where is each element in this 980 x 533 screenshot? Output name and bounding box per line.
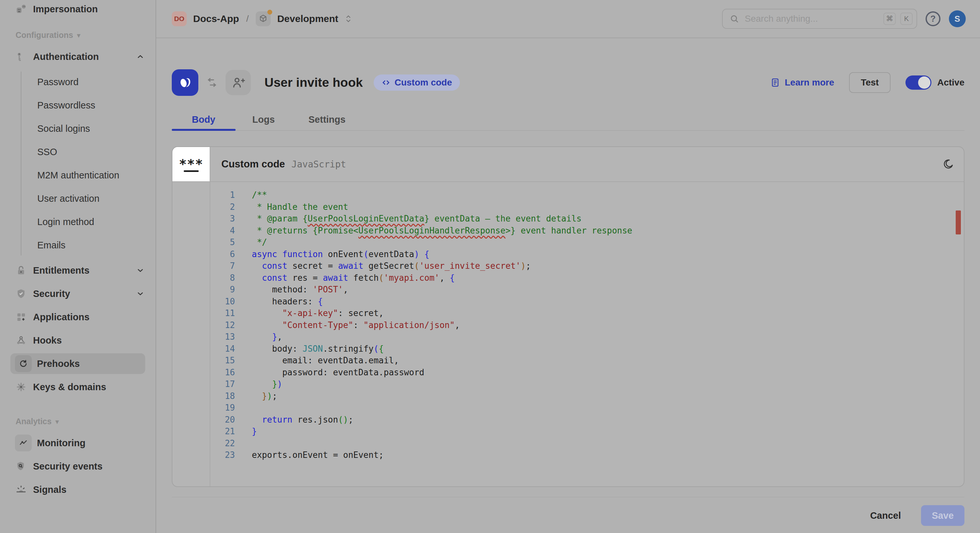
test-button[interactable]: Test (849, 72, 891, 93)
password-block-button[interactable]: *** (172, 147, 210, 181)
sidebar-subitem[interactable]: M2M authentication (0, 163, 156, 187)
code-line[interactable]: 6 async function onEvent(eventData) { (210, 248, 955, 260)
global-search[interactable]: ⌘ K (722, 9, 917, 29)
sidebar-item-applications[interactable]: Applications (0, 305, 156, 329)
user-avatar[interactable]: S (949, 10, 966, 27)
code-line[interactable]: 2 * Handle the event (210, 201, 955, 213)
code-line[interactable]: 15 email: eventData.email, (210, 355, 955, 366)
sidebar-section-configurations[interactable]: Configurations ▾ (0, 30, 156, 40)
active-toggle[interactable] (905, 75, 931, 90)
code-line[interactable]: 5 */ (210, 236, 955, 248)
sidebar-item-monitoring[interactable]: Monitoring (0, 431, 156, 455)
code-line[interactable]: 18 }); (210, 390, 955, 402)
dark-mode-toggle[interactable] (942, 159, 954, 170)
line-number: 6 (210, 248, 235, 260)
line-content: const res = await fetch('myapi.com', { (235, 272, 455, 284)
connection-arrows-icon (205, 76, 218, 89)
sidebar-item-label: Security events (33, 461, 145, 472)
line-number: 14 (210, 343, 235, 355)
code-line[interactable]: 19 (210, 402, 955, 414)
sidebar-item-entitlements[interactable]: Entitlements (0, 259, 156, 282)
line-content: "x-api-key": secret, (235, 307, 384, 319)
sidebar-item-security-events[interactable]: Security events (0, 455, 156, 478)
sidebar-item-label: Signals (33, 484, 145, 495)
code-line[interactable]: 20 return res.json(); (210, 414, 955, 426)
save-button[interactable]: Save (921, 505, 964, 526)
project-avatar[interactable]: DO (172, 11, 187, 26)
line-content: }) (235, 378, 282, 390)
search-icon (729, 14, 740, 24)
sidebar-subitem[interactable]: Social logins (0, 117, 156, 140)
sidebar-subitem[interactable]: Password (0, 70, 156, 94)
code-editor-card: *** Custom code JavaScript 1 /** 2 * Han… (172, 146, 964, 487)
sidebar-section-analytics[interactable]: Analytics ▾ (0, 417, 156, 426)
tab-body[interactable]: Body (172, 109, 235, 130)
code-line[interactable]: 22 (210, 438, 955, 449)
tab-bar: Body Logs Settings (172, 109, 964, 131)
code-line[interactable]: 14 body: JSON.stringify({ (210, 343, 955, 355)
sidebar-subitem[interactable]: Login method (0, 210, 156, 233)
sidebar-item-authentication[interactable]: Authentication (0, 45, 156, 68)
authentication-sub-list: PasswordPasswordlessSocial loginsSSOM2M … (0, 68, 156, 259)
sidebar-subitem[interactable]: User activation (0, 187, 156, 210)
code-line[interactable]: 9 method: 'POST', (210, 284, 955, 296)
code-line[interactable]: 8 const res = await fetch('myapi.com', { (210, 272, 955, 284)
code-line[interactable]: 3 * @param {UserPoolsLoginEventData} eve… (210, 213, 955, 225)
code-editor[interactable]: 1 /** 2 * Handle the event 3 * @param {U… (210, 182, 955, 485)
line-content: email: eventData.email, (235, 355, 399, 366)
tab-logs[interactable]: Logs (235, 109, 292, 130)
code-icon (382, 78, 390, 87)
grid-plus-icon (15, 311, 27, 323)
environment-icon[interactable] (256, 11, 270, 26)
masks-icon (15, 3, 27, 15)
triangle-down-icon: ▾ (77, 32, 80, 39)
line-number: 2 (210, 201, 235, 213)
code-line[interactable]: 4 * @returns {Promise<UserPoolsLoginHand… (210, 225, 955, 237)
sidebar-item-keys-domains[interactable]: Keys & domains (0, 375, 156, 399)
line-number: 23 (210, 449, 235, 461)
search-input[interactable] (744, 13, 879, 24)
sidebar-item-security[interactable]: Security (0, 282, 156, 305)
help-button[interactable]: ? (926, 11, 940, 26)
line-content: * Handle the event (235, 201, 348, 213)
sidebar-item-signals[interactable]: Signals (0, 478, 156, 501)
code-line[interactable]: 10 headers: { (210, 296, 955, 308)
code-line[interactable]: 11 "x-api-key": secret, (210, 307, 955, 319)
app-root: Impersonation Configurations ▾ Authentic… (0, 0, 980, 533)
line-content: } (235, 425, 257, 438)
code-line[interactable]: 23 exports.onEvent = onEvent; (210, 449, 955, 461)
hook-title-row: User invite hook Custom code Learn more (172, 69, 964, 96)
shield-search-icon (15, 460, 27, 473)
line-content: method: 'POST', (235, 284, 348, 296)
environment-name[interactable]: Development (277, 13, 338, 24)
document-icon (770, 78, 780, 87)
sidebar-item-label: Prehooks (37, 359, 134, 369)
project-name[interactable]: Docs-App (193, 13, 239, 24)
learn-more-link[interactable]: Learn more (770, 78, 834, 88)
code-line[interactable]: 7 const secret = await getSecret('user_i… (210, 260, 955, 272)
key-icon (15, 51, 27, 63)
chevron-down-icon (136, 289, 145, 298)
environment-switcher-icon[interactable] (345, 14, 352, 23)
code-line[interactable]: 17 }) (210, 378, 955, 390)
sidebar-item-prehooks[interactable]: Prehooks (10, 353, 145, 374)
active-label: Active (937, 78, 964, 88)
sidebar-item-hooks[interactable]: Hooks (0, 329, 156, 352)
code-line[interactable]: 16 password: eventData.password (210, 366, 955, 379)
topbar: DO Docs-App / Development (156, 0, 980, 38)
siren-icon (15, 484, 27, 496)
sidebar-subitem[interactable]: Emails (0, 233, 156, 257)
form-footer: Cancel Save (172, 497, 964, 526)
code-line[interactable]: 21 } (210, 425, 955, 438)
cancel-button[interactable]: Cancel (868, 510, 903, 521)
tab-settings[interactable]: Settings (292, 109, 362, 130)
type-badge: Custom code (374, 75, 460, 90)
sidebar-subitem[interactable]: Passwordless (0, 94, 156, 117)
code-line[interactable]: 1 /** (210, 189, 955, 201)
sidebar-subitem[interactable]: SSO (0, 140, 156, 163)
sidebar-item-impersonation[interactable]: Impersonation (0, 0, 156, 18)
error-scroll-marker (956, 211, 961, 235)
line-number: 3 (210, 213, 235, 225)
code-line[interactable]: 12 "Content-Type": "application/json", (210, 319, 955, 331)
code-line[interactable]: 13 }, (210, 331, 955, 343)
